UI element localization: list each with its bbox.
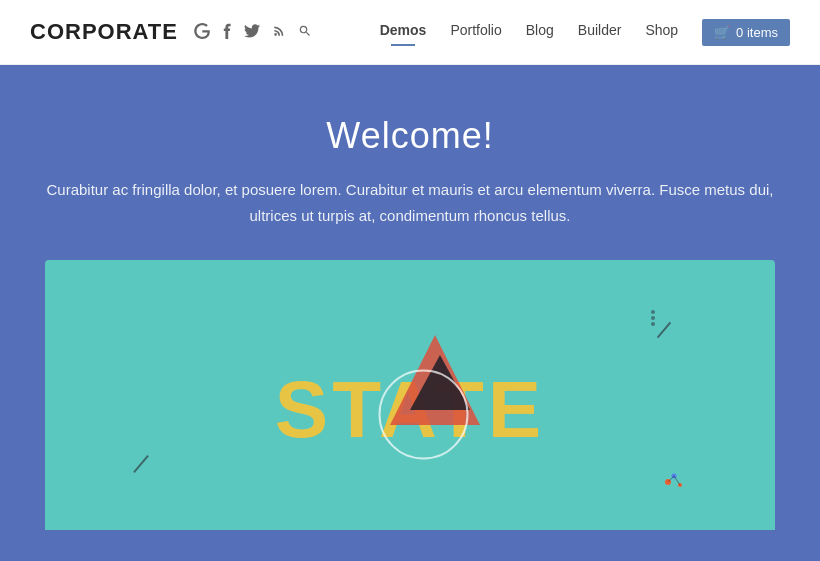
- nav-item-portfolio[interactable]: Portfolio: [450, 22, 501, 42]
- cart-button[interactable]: 🛒 0 items: [702, 19, 790, 46]
- nav-item-builder[interactable]: Builder: [578, 22, 622, 42]
- search-icon[interactable]: [298, 24, 312, 41]
- social-icons-group: [194, 23, 312, 42]
- arrow-cluster: [663, 468, 685, 490]
- nav-item-shop[interactable]: Shop: [645, 22, 678, 42]
- top-scatter: [651, 310, 655, 326]
- facebook-icon[interactable]: [222, 23, 232, 42]
- rss-icon[interactable]: [272, 24, 286, 41]
- scatter-dot-3: [651, 322, 655, 326]
- hero-title: Welcome!: [30, 115, 790, 157]
- hero-subtitle: Curabitur ac fringilla dolor, et posuere…: [45, 177, 775, 228]
- demo-card: STATE: [45, 260, 775, 530]
- nav-item-demos[interactable]: Demos: [380, 22, 427, 42]
- google-plus-icon[interactable]: [194, 23, 210, 42]
- site-logo[interactable]: CORPORATE: [30, 19, 178, 45]
- twitter-icon[interactable]: [244, 24, 260, 41]
- scatter-dot-2: [651, 316, 655, 320]
- state-graphic: STATE: [270, 350, 550, 470]
- svg-line-5: [668, 476, 674, 482]
- deco-line-bottom: [133, 455, 149, 473]
- header-left: CORPORATE: [30, 19, 312, 45]
- site-header: CORPORATE: [0, 0, 820, 65]
- circle-outline: [379, 370, 469, 460]
- nav-item-blog[interactable]: Blog: [526, 22, 554, 42]
- cart-icon: 🛒: [714, 25, 730, 40]
- main-nav: Demos Portfolio Blog Builder Shop 🛒 0 it…: [380, 19, 790, 46]
- svg-line-6: [674, 476, 680, 485]
- hero-section: Welcome! Curabitur ac fringilla dolor, e…: [0, 65, 820, 561]
- scatter-dot-1: [651, 310, 655, 314]
- cart-label: 0 items: [736, 25, 778, 40]
- deco-line-top: [657, 322, 671, 339]
